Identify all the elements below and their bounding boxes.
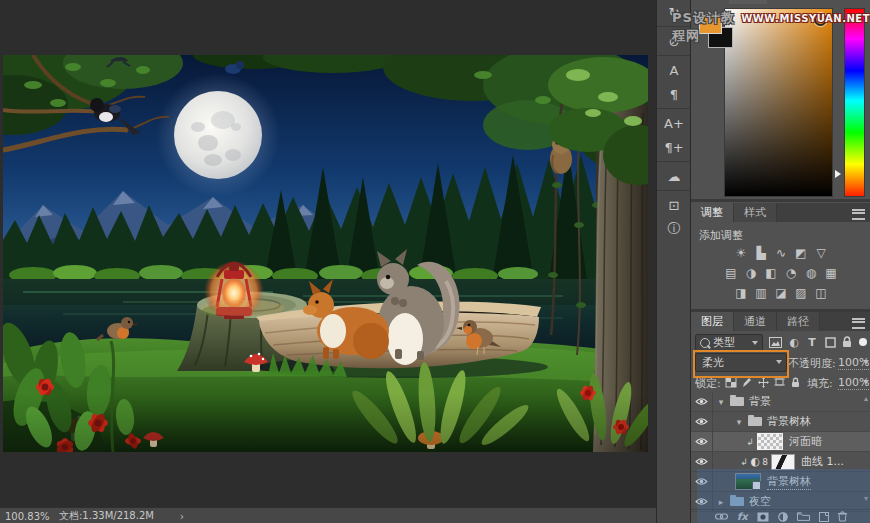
tab-通道[interactable]: 通道	[734, 312, 777, 331]
layer-name[interactable]: 背景树林	[767, 474, 811, 490]
color-lookup-icon[interactable]: ▦	[823, 266, 839, 280]
adjustment-icons-row-1: ☀▙∿◩▽	[691, 246, 870, 260]
panel-divider	[691, 199, 870, 202]
lock-artboard-icon[interactable]	[771, 375, 787, 389]
levels-icon[interactable]: ▙	[753, 246, 769, 260]
vibrance-icon[interactable]: ▽	[813, 246, 829, 260]
layer-name[interactable]: 曲线 1...	[801, 454, 844, 469]
creative-cloud-icon[interactable]: ☁	[657, 164, 691, 188]
group-expand-chevron-icon[interactable]: ▾	[715, 397, 727, 407]
rotate-view-icon[interactable]: ↻	[657, 0, 691, 24]
channel-mixer-icon[interactable]: ◍	[803, 266, 819, 280]
clipping-mask-arrow-icon: ↲	[745, 437, 755, 447]
timeline-icon[interactable]: ⊡	[657, 193, 691, 217]
layer-visibility-eye-icon[interactable]	[691, 432, 713, 451]
character-panel-icon[interactable]: A	[657, 58, 691, 82]
link-layers-icon[interactable]	[715, 513, 728, 520]
status-options-chevron[interactable]: ›	[176, 510, 188, 523]
curves-icon[interactable]: ∿	[773, 246, 789, 260]
posterize-icon[interactable]: ▥	[753, 286, 769, 300]
layer-visibility-eye-icon[interactable]	[691, 392, 713, 411]
canvas-image[interactable]	[3, 55, 648, 452]
hue-slider-pointer[interactable]	[835, 170, 841, 178]
layer-row-smart-object[interactable]: 背景树林	[691, 472, 870, 492]
color-picker-cursor[interactable]	[814, 13, 827, 26]
mask-link-icon[interactable]: 8	[761, 457, 769, 467]
layer-name[interactable]: 背景树林	[767, 414, 811, 429]
tab-样式[interactable]: 样式	[734, 203, 777, 222]
lock-pixels-icon[interactable]	[739, 375, 755, 389]
zoom-level[interactable]: 100.83%	[5, 511, 53, 522]
adjustment-icons-row-2: ▤◑◧◔◍▦	[691, 266, 870, 280]
search-icon	[700, 338, 710, 348]
adjustments-tabbar: 调整样式	[691, 203, 870, 222]
new-layer-icon[interactable]	[819, 512, 829, 522]
layer-name[interactable]: 夜空	[749, 494, 771, 509]
layer-name[interactable]: 河面暗	[789, 434, 822, 449]
character-styles-icon[interactable]: A+	[657, 111, 691, 135]
paragraph-panel-icon[interactable]: ¶	[657, 82, 691, 106]
clipping-mask-arrow-icon: ↲	[739, 457, 749, 467]
filter-type-layers-icon[interactable]: T	[804, 335, 820, 349]
invert-icon[interactable]: ◨	[733, 286, 749, 300]
photo-filter-icon[interactable]: ◔	[783, 266, 799, 280]
strip-separator	[657, 26, 691, 27]
tab-调整[interactable]: 调整	[691, 203, 734, 222]
brightness-contrast-icon[interactable]: ☀	[733, 246, 749, 260]
delete-layer-icon[interactable]	[838, 511, 847, 522]
new-group-icon[interactable]	[797, 512, 810, 521]
opacity-chevron-icon[interactable]	[863, 360, 869, 364]
paragraph-styles-icon[interactable]: ¶+	[657, 135, 691, 159]
adjustment-layer-icon[interactable]: ◐	[749, 455, 761, 468]
info-panel-icon[interactable]: ⓘ	[657, 217, 691, 241]
group-expand-chevron-icon[interactable]: ▾	[733, 417, 745, 427]
layer-visibility-eye-icon[interactable]	[691, 452, 713, 471]
lock-all-icon[interactable]	[787, 375, 803, 389]
layer-thumbnail-image[interactable]	[735, 473, 761, 490]
layer-row-group[interactable]: ▾背景树林	[691, 412, 870, 432]
selective-color-icon[interactable]: ◫	[813, 286, 829, 300]
filter-smart-object-icon[interactable]	[839, 335, 855, 349]
layer-visibility-eye-icon[interactable]	[691, 472, 713, 491]
tab-路径[interactable]: 路径	[777, 312, 820, 331]
layer-visibility-eye-icon[interactable]	[691, 412, 713, 431]
color-balance-icon[interactable]: ◑	[743, 266, 759, 280]
lock-position-icon[interactable]	[755, 375, 771, 389]
blend-mode-value: 柔光	[702, 355, 724, 370]
filter-kind-dropdown[interactable]: 类型	[695, 334, 763, 351]
layer-row-adjustment[interactable]: ↲◐8曲线 1...	[691, 452, 870, 472]
blend-mode-dropdown[interactable]: 柔光	[695, 353, 787, 372]
layer-thumbnail-transparent[interactable]	[757, 433, 783, 450]
add-adjustment-label: 添加调整	[699, 228, 743, 243]
hue-slider[interactable]	[844, 8, 865, 197]
layer-name[interactable]: 背景	[749, 394, 771, 409]
document-size-info: 文档:1.33M/218.2M	[59, 509, 154, 523]
exposure-icon[interactable]: ◩	[793, 246, 809, 260]
filter-shape-layers-icon[interactable]	[822, 335, 838, 349]
layers-panel-menu-icon[interactable]	[852, 318, 865, 329]
layer-filter-toggle[interactable]	[855, 335, 870, 349]
foreground-color-swatch[interactable]	[699, 14, 722, 34]
clone-source-icon[interactable]: ⊘	[657, 29, 691, 53]
filter-adjustment-layers-icon[interactable]: ◐	[786, 335, 802, 349]
add-layer-mask-icon[interactable]	[757, 512, 769, 522]
gradient-map-icon[interactable]: ▨	[793, 286, 809, 300]
layer-row-group[interactable]: ▾背景	[691, 392, 870, 412]
saturation-brightness-field[interactable]	[724, 8, 833, 197]
threshold-icon[interactable]: ◪	[773, 286, 789, 300]
black-white-icon[interactable]: ◧	[763, 266, 779, 280]
tab-图层[interactable]: 图层	[691, 312, 734, 331]
lock-transparency-icon[interactable]	[723, 375, 739, 389]
layer-style-icon[interactable]: fx	[737, 511, 748, 522]
fill-chevron-icon[interactable]	[863, 380, 869, 384]
new-adjustment-layer-icon[interactable]	[778, 512, 788, 522]
hue-saturation-icon[interactable]: ▤	[723, 266, 739, 280]
filter-pixel-layers-icon[interactable]	[767, 335, 783, 349]
group-collapsed-chevron-icon[interactable]: ▸	[715, 497, 727, 507]
adjustments-panel-menu-icon[interactable]	[852, 209, 865, 220]
status-bar: 100.83% 文档:1.33M/218.2M ›	[0, 507, 690, 523]
layer-row-pixel[interactable]: ↲河面暗	[691, 432, 870, 452]
layer-mask-thumbnail[interactable]	[771, 454, 795, 470]
moon	[174, 91, 262, 179]
strip-separator	[657, 161, 691, 162]
